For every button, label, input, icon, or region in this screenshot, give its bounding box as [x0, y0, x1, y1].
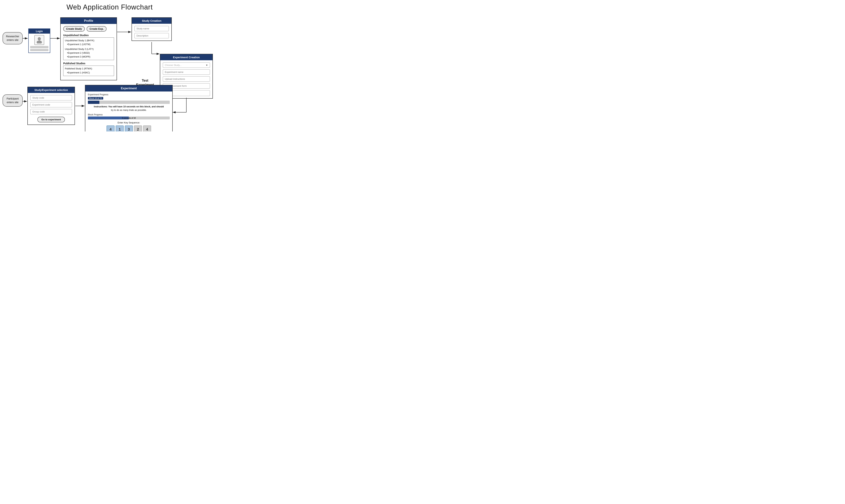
login-avatar	[34, 35, 44, 45]
instructions-strong: Instructions: You will have 10 seconds o…	[94, 105, 164, 108]
svg-point-1	[37, 41, 42, 43]
key-tile-2: 1	[116, 125, 124, 132]
selection-header: Study/Experiment selection	[28, 87, 74, 93]
choose-study-label: Choose Study...	[165, 64, 182, 67]
description-input[interactable]	[135, 33, 169, 38]
experiment-progress-bar	[88, 101, 170, 104]
page-title: Web Application Flowchart	[0, 0, 219, 13]
go-to-experiment-button[interactable]: Go to experiment	[37, 117, 65, 122]
experiment-box: Experiment Experiment Progress Block 10 …	[85, 85, 173, 131]
profile-box: Profile Create Study Create Exp. Unpubli…	[60, 17, 117, 80]
block-progress-bar: 5 seconds of 10	[88, 116, 170, 120]
unpublished-study-1: Unpublished Study 1 (BHYK)	[65, 39, 112, 42]
unpublished-study-1-exp-1: •Experiment 1 (UGTW)	[65, 42, 112, 47]
login-box: Login	[28, 29, 50, 53]
study-creation-box: Study Creation	[131, 17, 172, 41]
key-tile-5: 4	[143, 125, 151, 132]
profile-buttons: Create Study Create Exp.	[63, 26, 114, 32]
experiment-instructions: Instructions: You will have 10 seconds o…	[88, 105, 170, 112]
key-tile-1: 4	[106, 125, 115, 132]
experiment-name-input[interactable]	[163, 69, 210, 75]
participant-label: Participant enters site	[3, 94, 23, 107]
login-body	[29, 34, 50, 53]
study-creation-header: Study Creation	[132, 18, 171, 24]
unpublished-study-2-exp-2: •Experiment 3 (MOPR)	[65, 55, 112, 59]
experiment-progress-label: Experiment Progress	[88, 93, 170, 96]
block-progress-bar-label: 5 seconds of 10	[122, 117, 136, 119]
svg-point-0	[38, 37, 40, 40]
login-field-2	[30, 49, 48, 51]
choose-study-dropdown[interactable]: Choose Study... ▼	[163, 62, 210, 68]
researcher-label: Researcher enters site	[3, 32, 23, 44]
experiment-header: Experiment	[85, 85, 172, 91]
study-creation-body	[132, 24, 171, 40]
avatar-icon	[36, 37, 43, 43]
published-study-1-exp-1: •Experiment 1 (HSKC)	[65, 71, 112, 75]
experiment-code-input[interactable]	[30, 102, 72, 107]
group-code-input[interactable]	[30, 109, 72, 114]
key-tile-3: 3	[125, 125, 133, 132]
unpublished-section-title: Unpublished Studies	[63, 34, 114, 37]
block-badge: Block 10 of 72	[88, 97, 103, 100]
experiment-creation-header: Experiment Creation	[160, 54, 212, 60]
create-study-button[interactable]: Create Study	[63, 26, 85, 32]
key-sequence-tiles: 4 1 3 2 4	[88, 125, 170, 132]
unpublished-study-2-exp-1: •Experiment 2 (VBSD)	[65, 51, 112, 55]
dropdown-arrow-icon: ▼	[206, 64, 208, 67]
block-progress-label: Block Progress	[88, 113, 170, 116]
experiment-body: Experiment Progress Block 10 of 72 Instr…	[85, 91, 172, 131]
selection-box: Study/Experiment selection Go to experim…	[28, 87, 75, 125]
unpublished-study-2: Unpublished Study 2 (LATY)	[65, 47, 112, 51]
key-sequence-label: Enter Key Sequence:	[88, 121, 170, 124]
study-name-input[interactable]	[135, 26, 169, 31]
key-tile-4: 2	[134, 125, 142, 132]
published-section-title: Published Studies	[63, 62, 114, 65]
create-exp-button[interactable]: Create Exp.	[87, 26, 106, 32]
unpublished-study-list: Unpublished Study 1 (BHYK) •Experiment 1…	[63, 37, 114, 60]
login-field-1	[30, 46, 48, 48]
profile-header: Profile	[61, 18, 117, 24]
login-fields	[30, 46, 48, 51]
experiment-progress-fill	[88, 101, 100, 104]
profile-body: Create Study Create Exp. Unpublished Stu…	[61, 24, 117, 80]
study-code-input[interactable]	[30, 95, 72, 101]
selection-body: Go to experiment	[28, 93, 74, 125]
published-study-list: Published Study 1 (RTWX) •Experiment 1 (…	[63, 66, 114, 76]
published-study-1: Published Study 1 (RTWX)	[65, 67, 112, 71]
login-header: Login	[29, 29, 50, 34]
upload-instructions-input[interactable]	[163, 76, 210, 82]
